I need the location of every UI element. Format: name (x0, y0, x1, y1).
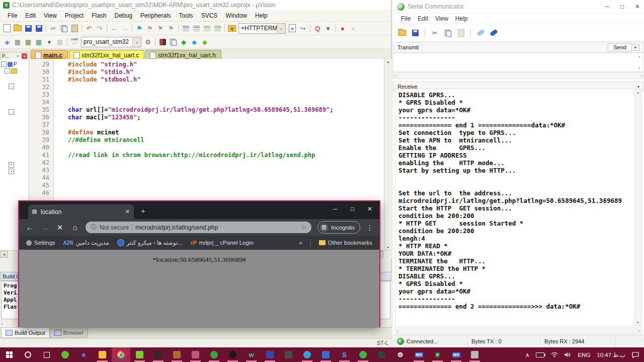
send-button[interactable]: Send (608, 43, 632, 51)
diamond-green-icon[interactable]: ◆ (179, 37, 189, 47)
collapse-icon[interactable]: - (9, 109, 14, 115)
bottom-tab-browser[interactable]: Browser (50, 328, 88, 338)
project-tree-node[interactable]: + (0, 162, 29, 168)
chrome-icon[interactable] (112, 347, 130, 362)
app-blue-icon[interactable] (261, 347, 279, 362)
paint-app-icon[interactable] (186, 347, 205, 362)
bottom-tab-build-output[interactable]: Build Output (1, 328, 50, 338)
menu-help[interactable]: Help (252, 11, 271, 20)
translate-icon[interactable]: ◈ (2, 37, 12, 47)
receive-vertical-scrollbar[interactable]: ▴▾ (634, 89, 641, 326)
send-caret-icon[interactable]: ▾ (632, 44, 639, 51)
search-caret-icon[interactable]: ▾ (323, 23, 333, 33)
serial-menu-view[interactable]: View (432, 15, 451, 23)
uncomment-icon[interactable] (212, 23, 222, 33)
bookmarks-overflow-icon[interactable]: » (299, 240, 302, 246)
language-indicator[interactable]: ENG (578, 352, 590, 358)
menu-edit[interactable]: Edit (22, 11, 39, 20)
scroll-right-icon[interactable]: › (640, 73, 642, 78)
settings-gear-icon[interactable]: ⚙ (391, 347, 410, 362)
transmit-input[interactable]: ▴▾ (393, 53, 644, 72)
open-file-icon[interactable] (13, 23, 23, 33)
scroll-up-icon[interactable]: ▴ (637, 90, 639, 95)
cut-icon[interactable]: ✂ (430, 28, 440, 38)
menu-tools[interactable]: Tools (176, 11, 197, 20)
batch-caret-icon[interactable]: ▾ (44, 37, 54, 47)
scroll-up-icon[interactable]: ▴ (387, 59, 389, 64)
save-all-icon[interactable] (34, 23, 44, 33)
debug-reset-icon[interactable]: ● (348, 23, 358, 33)
project-tree-node[interactable]: - (0, 67, 29, 74)
tab-close-icon[interactable]: ✕ (125, 208, 130, 215)
browser-tab[interactable]: location ✕ (28, 204, 134, 219)
debug-start-icon[interactable]: ● (338, 23, 348, 33)
file-explorer-icon[interactable] (93, 347, 112, 362)
redo-icon[interactable]: ↷ (95, 23, 105, 33)
app-green-icon[interactable] (130, 347, 149, 362)
bookmark-cpanel[interactable]: cPmdprj _ cPanel Login (191, 240, 254, 246)
scroll-up-icon[interactable]: ▴ (638, 54, 640, 58)
comment-icon[interactable] (202, 23, 212, 33)
app-black-icon[interactable] (223, 347, 242, 362)
app-green2-icon[interactable] (354, 347, 372, 362)
cut-icon[interactable]: ✂ (48, 23, 58, 33)
app-dark-icon[interactable] (149, 347, 168, 362)
find-in-files-icon[interactable]: Q (227, 23, 237, 33)
clock[interactable]: 10:47 ب.ظ (597, 351, 625, 358)
copy-icon[interactable] (443, 28, 453, 38)
forward-icon[interactable]: → (40, 223, 49, 232)
home-icon[interactable]: ⌂ (70, 223, 79, 232)
jump-icon[interactable]: ↪ (298, 23, 308, 33)
rebuild-icon[interactable]: ▦ (23, 37, 33, 47)
copy-icon[interactable] (59, 23, 69, 33)
nav-forward-icon[interactable]: → (120, 23, 130, 33)
package-icon[interactable]: ◆ (200, 37, 210, 47)
bookmark-icon[interactable]: ⚑ (134, 23, 144, 33)
minimize-icon[interactable]: ─ (605, 3, 609, 10)
target-options-icon[interactable]: ⚙ (143, 37, 153, 47)
project-tree-node[interactable]: - (0, 109, 29, 115)
connect-icon[interactable] (475, 28, 486, 38)
collapse-icon[interactable]: - (1, 61, 7, 67)
receive-log[interactable]: DISABLE GPRS... * GPRS Disabled * your g… (395, 89, 642, 326)
app-dark2-icon[interactable] (372, 347, 391, 362)
menu-view[interactable]: View (40, 11, 60, 20)
stop-build-icon[interactable]: ▦ (55, 37, 65, 47)
mx-app-icon[interactable]: MX (410, 347, 428, 362)
maximize-icon[interactable]: □ (351, 205, 354, 212)
scroll-down-icon[interactable]: ▾ (637, 320, 639, 325)
search-combo[interactable]: +HTTPTERM ⌄ (238, 23, 286, 34)
nav-back-icon[interactable]: ← (109, 23, 119, 33)
build-icon[interactable]: ▦ (13, 37, 23, 47)
action-center-icon[interactable] (632, 352, 639, 358)
save-icon[interactable] (410, 28, 420, 38)
paste-icon[interactable] (456, 28, 466, 38)
battery-icon[interactable] (536, 352, 544, 357)
menu-peripherals[interactable]: Peripherals (137, 11, 175, 20)
edge-icon[interactable]: e (74, 347, 93, 362)
android-app-icon[interactable] (56, 347, 74, 362)
scroll-left-icon[interactable]: ‹ (397, 328, 398, 333)
pin-icon[interactable]: ⚬ (16, 53, 20, 59)
usb-device-icon[interactable] (465, 347, 484, 362)
project-tree-node[interactable]: -P (0, 61, 29, 67)
start-button[interactable] (0, 347, 19, 362)
batch-build-icon[interactable]: ▦ (34, 37, 44, 47)
close-icon[interactable]: ✕ (367, 205, 372, 212)
project-tree-node[interactable]: + (0, 168, 29, 175)
search-icon[interactable]: Q (312, 23, 323, 33)
idm-app-icon[interactable] (205, 347, 223, 362)
mx-app2-icon[interactable]: MX (447, 347, 465, 362)
transmit-horizontal-scrollbar[interactable]: ‹› (393, 72, 644, 79)
save-icon[interactable] (23, 23, 33, 33)
menu-svcs[interactable]: SVCS (198, 11, 221, 20)
serial-menu-help[interactable]: Help (452, 15, 471, 23)
app-brown-icon[interactable] (168, 347, 186, 362)
outdent-icon[interactable] (191, 23, 201, 33)
collapse-icon[interactable]: - (9, 84, 14, 89)
movies-app-icon[interactable] (316, 347, 335, 362)
download-icon[interactable]: LOAD↓↑ (69, 37, 79, 47)
maximize-icon[interactable]: □ (620, 3, 624, 10)
scroll-down-icon[interactable]: ▾ (387, 245, 389, 250)
serial-menu-edit[interactable]: Edit (415, 15, 431, 23)
